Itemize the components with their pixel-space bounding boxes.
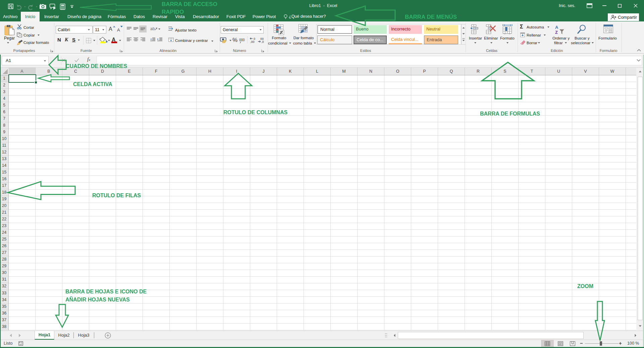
svg-text:A: A xyxy=(555,25,558,30)
svg-text:,00: ,00 xyxy=(250,40,255,43)
svg-text:000: 000 xyxy=(239,38,245,42)
svg-text:Z: Z xyxy=(555,30,558,35)
svg-text:ab: ab xyxy=(150,26,155,31)
svg-text:,0: ,0 xyxy=(261,40,264,43)
